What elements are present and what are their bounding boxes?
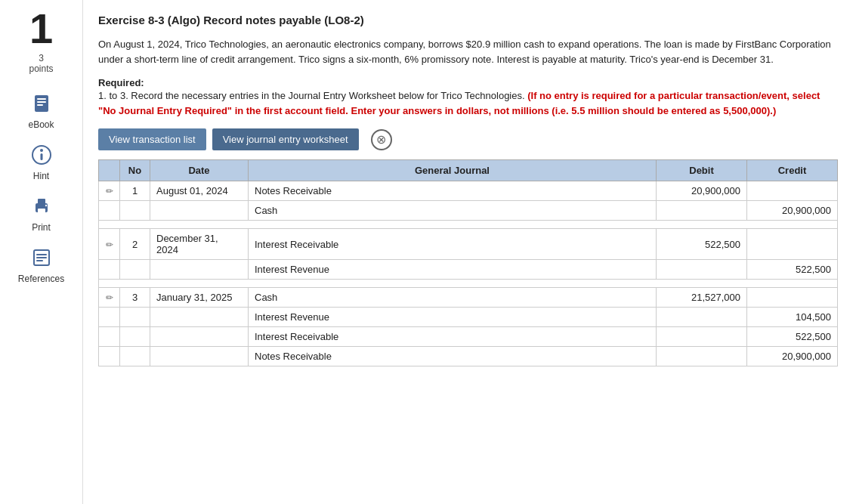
entry-credit [747,288,838,308]
entry-debit [657,327,747,347]
entry-no [120,327,150,347]
close-icon: ⊗ [376,132,386,147]
entry-date [150,308,249,327]
references-icon [27,243,56,272]
entry-date: January 31, 2025 [150,288,249,308]
sidebar-item-hint[interactable]: Hint [11,141,72,181]
view-transaction-button[interactable]: View transaction list [98,128,206,150]
required-section: Required: 1. to 3. Record the necessary … [98,77,838,118]
edit-icon[interactable]: ✏ [106,186,113,196]
hint-icon [27,141,56,169]
entry-debit [657,308,747,327]
entry-date [150,327,249,347]
col-credit-header: Credit [747,160,838,181]
entry-credit: 20,900,000 [747,347,838,366]
table-row: ✏ 1 August 01, 2024 Notes Receivable 20,… [99,181,838,201]
entry-account: Cash [249,288,657,308]
points-label: 3 points [29,53,53,74]
entry-account: Interest Revenue [249,308,657,327]
svg-rect-6 [40,153,42,160]
svg-rect-1 [37,98,46,100]
entry-date [150,347,249,366]
svg-rect-2 [37,101,46,103]
entry-account: Interest Receivable [249,327,657,347]
col-journal-header: General Journal [249,160,657,181]
entry-account: Cash [249,201,657,221]
entry-debit: 20,900,000 [657,181,747,201]
table-row: Cash 20,900,000 [99,201,838,221]
print-icon [27,192,56,221]
svg-rect-13 [36,257,47,258]
ebook-icon [27,89,56,118]
svg-rect-8 [38,199,45,204]
entry-no: 1 [120,181,150,201]
entry-no: 2 [120,229,150,260]
entry-account: Interest Revenue [249,260,657,280]
references-label: References [18,274,64,284]
entry-debit [657,260,747,280]
journal-table: No Date General Journal Debit Credit ✏ 1… [98,159,838,366]
button-row: View transaction list View journal entry… [98,128,838,150]
col-debit-header: Debit [657,160,747,181]
required-instruction-plain: 1. to 3. Record the necessary entries in… [98,90,525,101]
table-row: Interest Revenue 104,500 [99,308,838,327]
entry-date [150,260,249,280]
col-no-header: No [120,160,150,181]
entry-no [120,347,150,366]
entry-debit: 21,527,000 [657,288,747,308]
print-label: Print [32,222,51,233]
table-row: ✏ 3 January 31, 2025 Cash 21,527,000 [99,288,838,308]
svg-rect-14 [36,260,43,261]
sidebar-item-print[interactable]: Print [11,192,72,233]
entry-no [120,308,150,327]
entry-debit: 522,500 [657,229,747,260]
entry-debit [657,347,747,366]
edit-icon[interactable]: ✏ [106,240,113,250]
view-journal-button[interactable]: View journal entry worksheet [212,128,359,150]
entry-account: Interest Receivable [249,229,657,260]
main-content: Exercise 8-3 (Algo) Record notes payable… [83,0,856,504]
entry-credit: 20,900,000 [747,201,838,221]
separator-row [99,280,838,288]
sidebar-item-ebook[interactable]: eBook [11,89,72,130]
entry-date [150,201,249,221]
entry-credit [747,229,838,260]
entry-credit: 522,500 [747,327,838,347]
entry-date: August 01, 2024 [150,181,249,201]
edit-icon[interactable]: ✏ [106,292,113,303]
problem-text: On August 1, 2024, Trico Technologies, a… [98,37,838,66]
table-row: Interest Receivable 522,500 [99,327,838,347]
table-row: Notes Receivable 20,900,000 [99,347,838,366]
table-row: Interest Revenue 522,500 [99,260,838,280]
entry-account: Notes Receivable [249,347,657,366]
svg-rect-9 [38,209,45,213]
close-button[interactable]: ⊗ [371,129,392,150]
entry-no [120,201,150,221]
entry-debit [657,201,747,221]
svg-rect-3 [37,104,43,106]
svg-point-5 [40,149,43,152]
question-number: 1 [29,8,53,50]
svg-rect-12 [36,254,47,255]
sidebar: 1 3 points eBook [0,0,83,504]
entry-account: Notes Receivable [249,181,657,201]
svg-rect-0 [35,95,48,112]
entry-no: 3 [120,288,150,308]
ebook-label: eBook [28,119,54,130]
entry-credit: 522,500 [747,260,838,280]
entry-date: December 31, 2024 [150,229,249,260]
entry-credit [747,181,838,201]
entry-no [120,260,150,280]
sidebar-item-references[interactable]: References [11,243,72,284]
col-date-header: Date [150,160,249,181]
hint-label: Hint [33,171,49,181]
separator-row [99,221,838,229]
table-row: ✏ 2 December 31, 2024 Interest Receivabl… [99,229,838,260]
svg-point-10 [45,205,46,206]
col-edit-header [99,160,120,181]
entry-credit: 104,500 [747,308,838,327]
exercise-title: Exercise 8-3 (Algo) Record notes payable… [98,14,838,26]
required-label: Required: 1. to 3. Record the necessary … [98,77,838,118]
